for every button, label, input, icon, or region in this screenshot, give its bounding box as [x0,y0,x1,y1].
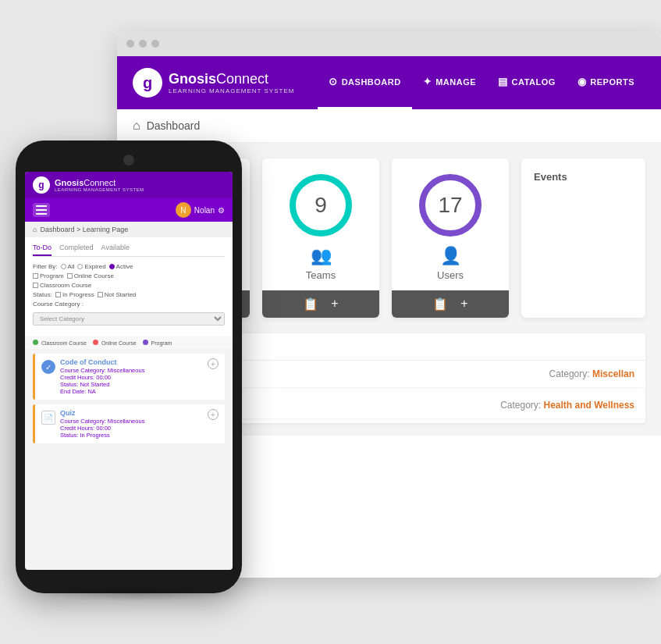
teams-ring: 9 [290,174,352,237]
course-title-1[interactable]: Code of Conduct [60,358,203,366]
radio-active-icon [109,264,115,269]
course-category-2: Category: Health and Wellness [500,400,634,411]
course-info-1: Code of Conduct Course Category: Miscell… [60,358,203,395]
nav-reports-label: REPORTS [590,77,634,87]
checkbox-online-label: Online Course [74,272,114,279]
teams-card: 9 👥 Teams 📋 + [262,158,379,318]
lms-logo: g GnosisConnect LEARNING MANAGEMENT SYST… [133,68,294,98]
hamburger-line-1 [36,205,47,207]
logo-sub: LEARNING MANAGEMENT SYSTEM [169,87,294,94]
category-select[interactable]: Select Category [33,312,225,326]
radio-expired-icon [77,264,83,269]
course-status-2: Status: In Progress [60,432,203,439]
phone-user-area: N Nolan ⚙ [176,202,225,218]
filter-active-label: Active [116,263,133,270]
filter-row-1: Filter By: All Expired Active [33,263,225,270]
checkbox-notstarted-icon [98,292,103,297]
users-label: Users [437,269,464,281]
course-info-2: Quiz Course Category: Miscellaneous Cred… [60,409,203,439]
phone-screen: g GnosisConnect LEARNING MANAGEMENT SYST… [25,172,233,570]
breadcrumb-label: Dashboard [147,119,201,132]
main-nav: ⊙ DASHBOARD ✦ MANAGE ▤ CATALOG ◉ REPORTS [318,56,645,109]
filter-all[interactable]: All [61,263,75,270]
phone-content: To-Do Completed Available Filter By: All [25,237,233,336]
settings-icon[interactable]: ⚙ [218,206,225,215]
tab-available[interactable]: Available [101,244,130,256]
radio-all-icon [61,264,66,269]
course-check-icon: ✓ [41,360,55,374]
checkbox-notstarted-label: Not Started [105,291,136,298]
course-meta-1: Course Category: Miscellaneous Credit Ho… [60,367,203,395]
filter-expired[interactable]: Expired [77,263,105,270]
course-status-1: Status: Not Started [60,381,203,388]
teams-footer: 📋 + [262,290,379,318]
teams-import-btn[interactable]: 📋 [303,297,318,311]
nav-manage[interactable]: ✦ MANAGE [412,56,487,109]
legend-program-label: Program [151,340,172,346]
hamburger-line-2 [36,209,47,211]
phone-course-item-2: 📄 Quiz Course Category: Miscellaneous Cr… [33,404,225,443]
course-add-btn-2[interactable]: + [208,409,219,420]
events-panel: Events [521,158,645,318]
tab-completed[interactable]: Completed [59,244,94,256]
teams-card-body: 9 👥 Teams [262,158,379,290]
course-doc-icon: 📄 [41,411,55,425]
filter-active[interactable]: Active [109,263,133,270]
phone-logo-name: GnosisConnect [55,178,144,187]
checkbox-classroom-icon [33,283,38,288]
users-card: 17 👤 Users 📋 + [392,158,509,318]
legend-dot-classroom [33,340,38,345]
legend-dot-program [143,340,148,345]
nav-reports[interactable]: ◉ REPORTS [567,56,645,109]
browser-dot-3 [151,40,159,48]
filter-online[interactable]: Online Course [67,272,114,279]
legend-program: Program [143,340,172,346]
category-value-1: Miscellan [592,368,634,379]
filter-row-5: Course Category : [33,301,225,308]
filter-inprogress[interactable]: In Progress [55,291,94,298]
checkbox-program-label: Program [40,272,64,279]
filter-label: Filter By: [33,263,58,270]
logo-icon: g [133,68,162,98]
filter-classroom[interactable]: Classroom Course [33,282,91,289]
events-title: Events [534,171,633,183]
phone-home-icon: ⌂ [33,226,37,233]
hamburger-button[interactable] [33,203,50,217]
course-title-2[interactable]: Quiz [60,409,203,417]
legend-classroom: Classroom Course [33,340,87,346]
dashboard-icon: ⊙ [329,76,338,87]
browser-dot-2 [139,40,147,48]
course-add-btn-1[interactable]: + [208,358,219,369]
phone-shell: g GnosisConnect LEARNING MANAGEMENT SYST… [16,141,242,593]
filter-row-4: Status: In Progress Not Started [33,291,225,298]
nav-manage-label: MANAGE [435,77,476,87]
course-hours-1: Credit Hours: 00:00 [60,374,203,381]
phone-logo-text-block: GnosisConnect LEARNING MANAGEMENT SYSTEM [55,178,144,192]
course-hours-2: Credit Hours: 00:00 [60,425,203,432]
tab-todo[interactable]: To-Do [33,244,52,256]
course-category-meta-2: Course Category: Miscellaneous [60,418,203,425]
phone-course-item-1: ✓ Code of Conduct Course Category: Misce… [33,354,225,400]
nav-catalog-label: CATALOG [512,77,556,87]
legend-classroom-label: Classroom Course [41,340,87,346]
phone-toolbar: N Nolan ⚙ [25,198,233,222]
nav-dashboard-label: DASHBOARD [342,77,401,87]
filter-row-3: Classroom Course [33,282,225,289]
filter-notstarted[interactable]: Not Started [98,291,136,298]
legend-online-label: Online Course [101,340,137,346]
nav-catalog[interactable]: ▤ CATALOG [487,56,567,109]
status-label: Status: [33,291,52,298]
nav-dashboard[interactable]: ⊙ DASHBOARD [318,56,412,109]
course-category-meta-1: Course Category: Miscellaneous [60,367,203,374]
users-card-body: 17 👤 Users [392,158,509,290]
users-add-btn[interactable]: + [460,297,467,311]
category-filter-label: Course Category : [33,301,84,308]
filter-program[interactable]: Program [33,272,64,279]
phone-camera [123,155,134,165]
phone-legend: Classroom Course Online Course Program [25,336,233,349]
teams-add-btn[interactable]: + [331,297,338,311]
user-avatar: N [176,202,191,218]
users-import-btn[interactable]: 📋 [432,297,448,311]
checkbox-online-icon [67,273,73,279]
home-icon: ⌂ [133,119,140,133]
